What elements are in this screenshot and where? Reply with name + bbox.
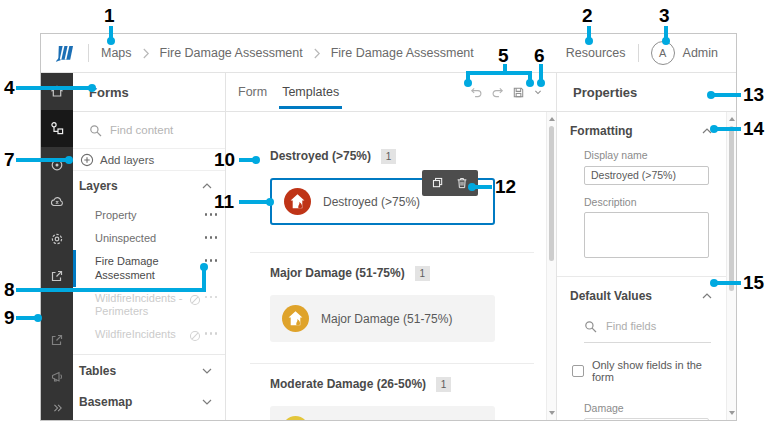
callout-line [713, 93, 741, 97]
overflow-menu-icon[interactable] [205, 232, 218, 239]
formatting-section-header[interactable]: Formatting [569, 112, 726, 138]
feedback-megaphone-icon [49, 369, 65, 385]
callout-line [16, 316, 36, 320]
avatar[interactable]: A [651, 41, 675, 65]
basemap-group-header[interactable]: Basemap [73, 386, 225, 417]
callout-dot [464, 79, 472, 87]
settings-gear-icon [49, 231, 65, 247]
template-card-destroyed[interactable]: Destroyed (>75%) [270, 178, 495, 225]
layer-name: WildfireIncidents [95, 328, 189, 341]
open-in-map-viewer-icon [49, 332, 65, 348]
tab-form[interactable]: Form [235, 73, 270, 111]
tables-group-header[interactable]: Tables [73, 355, 225, 386]
damage-field-value[interactable] [584, 418, 709, 420]
default-values-section-header[interactable]: Default Values [569, 277, 726, 303]
callout-number-8: 8 [4, 280, 15, 300]
overflow-menu-icon[interactable] [205, 255, 218, 262]
nav-settings-button[interactable] [41, 221, 73, 258]
layer-item-wildfire-perimeters[interactable]: WildfireIncidents - Perimeters [73, 287, 225, 323]
callout-number-15: 15 [743, 273, 764, 293]
destroyed-symbol-icon [284, 188, 311, 215]
display-name-label: Display name [584, 149, 726, 161]
plus-circle-icon [80, 153, 94, 167]
nav-collapse-button[interactable] [41, 395, 73, 420]
templates-scrollbar[interactable] [546, 112, 556, 420]
duplicate-icon[interactable] [431, 176, 445, 190]
template-card-label: Destroyed (>75%) [323, 195, 420, 209]
scrollbar-thumb[interactable] [729, 126, 734, 291]
delete-trash-icon[interactable] [455, 176, 469, 190]
layer-item-property[interactable]: Property [73, 204, 225, 227]
resources-link[interactable]: Resources [566, 46, 626, 60]
template-group-title: Major Damage (51-75%) [270, 266, 405, 280]
breadcrumb-map-name[interactable]: Fire Damage Assessment [160, 46, 303, 60]
find-fields-search[interactable] [584, 320, 711, 343]
properties-scrollbar[interactable] [726, 112, 736, 420]
callout-line [239, 200, 268, 204]
only-show-fields-option[interactable]: Only show fields in the form [572, 359, 726, 383]
tables-header-label: Tables [79, 364, 116, 378]
callout-dot [585, 37, 593, 45]
topbar-divider [638, 44, 639, 62]
description-label: Description [584, 196, 726, 208]
callout-number-1: 1 [104, 6, 115, 26]
save-menu-chevron-icon[interactable] [532, 86, 544, 98]
description-field[interactable] [584, 212, 709, 258]
nav-feedback-button[interactable] [41, 358, 73, 395]
save-icon[interactable] [511, 85, 526, 100]
not-supported-icon [189, 328, 201, 342]
collapse-double-chevron-icon [50, 401, 65, 415]
callout-dot [537, 79, 545, 87]
add-layers-button[interactable]: Add layers [73, 149, 225, 171]
app-window: Maps Fire Damage Assessment Fire Damage … [40, 33, 737, 421]
tab-bar: Form Templates [226, 73, 556, 112]
layer-name: Property [95, 209, 201, 222]
find-content-search[interactable] [73, 112, 225, 149]
scroll-up-arrow-icon[interactable] [729, 117, 735, 121]
callout-number-5: 5 [498, 46, 509, 66]
scroll-down-arrow-icon[interactable] [729, 411, 735, 415]
screenshot-stage: Maps Fire Damage Assessment Fire Damage … [0, 0, 773, 423]
template-card-major[interactable]: Major Damage (51-75%) [270, 295, 495, 342]
nav-offline-button[interactable] [41, 184, 73, 221]
layers-group-header[interactable]: Layers [73, 171, 225, 201]
not-supported-icon [189, 292, 201, 306]
checkbox-unchecked-icon[interactable] [572, 365, 584, 377]
top-bar: Maps Fire Damage Assessment Fire Damage … [41, 34, 736, 73]
nav-forms-button[interactable] [41, 110, 73, 147]
layer-item-uninspected[interactable]: Uninspected [73, 227, 225, 250]
callout-dot [65, 156, 73, 164]
user-menu[interactable]: Admin [683, 46, 718, 60]
callout-dot [526, 79, 534, 87]
template-group-title: Destroyed (>75%) [270, 149, 371, 163]
callout-line [202, 270, 206, 292]
layer-item-wildfire-incidents[interactable]: WildfireIncidents [73, 323, 225, 347]
scroll-up-arrow-icon[interactable] [549, 117, 555, 121]
nav-home-button[interactable] [41, 73, 73, 110]
nav-geofences-button[interactable] [41, 147, 73, 184]
scrollbar-thumb[interactable] [549, 126, 554, 261]
search-input[interactable] [110, 124, 210, 136]
default-values-header-label: Default Values [570, 289, 652, 303]
redo-icon[interactable] [490, 85, 505, 100]
template-group-moderate: Moderate Damage (26-50%) 1 [250, 363, 534, 420]
search-icon [89, 124, 102, 137]
breadcrumb-maps[interactable]: Maps [101, 46, 132, 60]
scroll-down-arrow-icon[interactable] [549, 411, 555, 415]
nav-open-map-viewer-button[interactable] [41, 321, 73, 358]
display-name-field[interactable] [584, 166, 709, 185]
tab-templates[interactable]: Templates [279, 73, 342, 111]
callout-line [16, 288, 206, 292]
callout-line [716, 127, 741, 131]
breadcrumb-page: Fire Damage Assessment [331, 46, 474, 60]
find-fields-input[interactable] [606, 320, 696, 332]
callout-line [466, 71, 532, 75]
undo-icon[interactable] [469, 85, 484, 100]
callout-number-10: 10 [214, 150, 235, 170]
overflow-menu-icon[interactable] [205, 292, 218, 299]
major-damage-symbol-icon [282, 305, 309, 332]
template-card-moderate[interactable]: Moderate Damage (26-50%) [270, 406, 495, 420]
chevron-up-icon[interactable] [702, 293, 712, 299]
overflow-menu-icon[interactable] [205, 328, 218, 335]
callout-dot [252, 156, 260, 164]
